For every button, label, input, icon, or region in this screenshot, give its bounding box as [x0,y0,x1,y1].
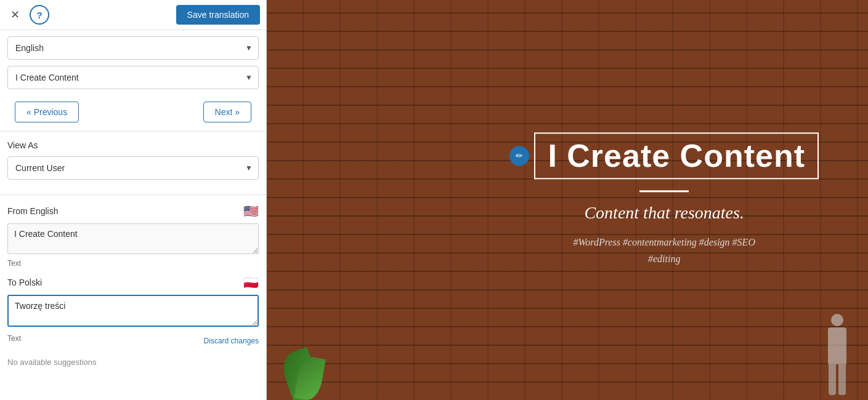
title-row: ✏ I Create Content [509,132,819,179]
previous-button[interactable]: « Previous [15,102,79,122]
view-as-label: View As [7,140,259,150]
preview-content: ✏ I Create Content Content that resonate… [509,132,819,267]
help-button[interactable]: ? [30,5,49,25]
to-label: To Polski [7,278,42,287]
person-legs [819,364,856,395]
preview-background: ✏ I Create Content Content that resonate… [267,0,868,400]
title-box: I Create Content [534,132,819,179]
to-flag-icon: 🇵🇱 [243,275,259,290]
person-head [831,314,843,326]
person-leg-left [829,364,836,395]
source-type-label: Text [7,259,259,268]
save-translation-button[interactable]: Save translation [176,5,260,25]
from-header: From English 🇺🇸 [7,204,259,218]
help-icon: ? [36,10,42,20]
top-bar: ✕ ? Save translation [0,0,266,30]
language-select-wrapper: English ▼ [7,36,259,60]
source-textarea[interactable] [7,223,259,254]
target-type-label: Text [7,334,21,343]
preview-title: I Create Content [548,138,805,174]
view-as-select[interactable]: Current User [7,156,259,180]
person-figure [819,314,856,400]
bottom-row: Text Discard changes [7,332,259,350]
close-icon: ✕ [10,8,20,22]
no-suggestions-text: No available suggestions [7,358,259,367]
discard-changes-link[interactable]: Discard changes [204,337,259,345]
content-select-wrapper: I Create Content ▼ [7,66,259,89]
from-label: From English [7,206,58,216]
target-textarea[interactable] [7,295,259,327]
preview-tagline: Content that resonates. [509,203,819,223]
dropdowns-section: English ▼ I Create Content ▼ « Previous … [0,30,266,132]
preview-divider [639,190,689,192]
view-as-section: View As Current User ▼ [0,132,266,195]
to-header: To Polski 🇵🇱 [7,275,259,290]
content-select[interactable]: I Create Content [7,66,259,89]
edit-pencil-icon[interactable]: ✏ [509,146,529,166]
person-body [828,327,846,364]
person-leg-right [838,364,846,395]
view-as-select-wrapper: Current User ▼ [7,156,259,180]
preview-hashtags: #WordPress #contentmarketing #design #SE… [509,234,819,267]
next-button[interactable]: Next » [203,102,251,122]
right-panel: ✏ I Create Content Content that resonate… [267,0,868,400]
close-button[interactable]: ✕ [6,6,23,23]
translation-section: From English 🇺🇸 Text To Polski 🇵🇱 Text D… [0,195,266,400]
nav-buttons: « Previous Next » [7,95,259,131]
from-flag-icon: 🇺🇸 [243,204,259,218]
left-panel: ✕ ? Save translation English ▼ I Create … [0,0,267,400]
language-select[interactable]: English [7,36,259,60]
